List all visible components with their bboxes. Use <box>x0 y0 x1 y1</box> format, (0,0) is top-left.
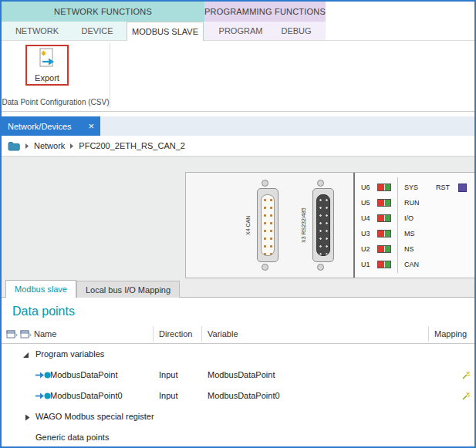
ribbon-body: Export Data Point Configuration (CSV) <box>2 40 474 112</box>
column-separator[interactable] <box>153 326 154 342</box>
screw-icon <box>317 180 324 187</box>
ribbon-group-caption: Data Point Configuration (CSV) <box>2 98 110 106</box>
screw-icon <box>262 180 268 187</box>
led-indicator <box>377 214 391 222</box>
led-indicator <box>377 184 391 191</box>
led-indicator <box>377 199 391 207</box>
export-button-label: Export <box>35 73 59 83</box>
led-port-label: U6 <box>361 184 373 191</box>
mapping-icon[interactable] <box>461 370 471 382</box>
column-separator[interactable] <box>428 326 429 342</box>
table-row-wago-modbus-special-register[interactable]: WAGO Modbus special register <box>2 406 474 427</box>
dsub-shell <box>257 188 279 262</box>
cell-name: WAGO Modbus special register <box>35 406 154 427</box>
screw-icon <box>262 264 268 271</box>
ribbon-tab-row: NETWORK DEVICE MODBUS SLAVE PROGRAM DEBU… <box>2 22 474 40</box>
data-points-heading: Data points <box>12 305 75 318</box>
breadcrumb-item-network[interactable]: Network <box>34 141 65 150</box>
cell-name: ModbusDataPoint <box>50 365 117 386</box>
tab-debug[interactable]: DEBUG <box>273 22 319 40</box>
connector-label: X3 RS232/485 <box>300 187 308 264</box>
ribbon-group-network-functions: NETWORK FUNCTIONS <box>2 2 204 22</box>
tree-expanded-icon[interactable] <box>22 351 29 360</box>
connector-x3-rs232-485: X3 RS232/485 <box>303 179 337 271</box>
bottom-panel: Modbus slave Local bus I/O Mapping Data … <box>2 280 474 446</box>
dsub-female-insert <box>261 194 275 256</box>
expand-all-icon[interactable] <box>20 328 32 342</box>
export-button[interactable]: Export <box>25 45 69 86</box>
screw-icon <box>317 264 324 271</box>
folder-icon <box>8 141 20 151</box>
tab-device[interactable]: DEVICE <box>73 22 122 40</box>
led-row: U4 I/O <box>355 211 474 226</box>
connector-x4-can: X4 CAN <box>248 179 282 271</box>
tree-collapsed-icon[interactable] <box>24 413 31 423</box>
ribbon-group-header-row: NETWORK FUNCTIONS PROGRAMMING FUNCTIONS <box>2 2 474 22</box>
led-row: U1 CAN <box>355 257 474 272</box>
led-row: U5 RUN <box>355 195 474 211</box>
tab-network[interactable]: NETWORK <box>9 22 65 40</box>
column-header-mapping[interactable]: Mapping <box>434 324 467 344</box>
dsub-shell <box>312 188 334 262</box>
column-separator[interactable] <box>201 326 202 342</box>
led-indicator <box>377 261 391 268</box>
led-row: U2 NS <box>355 241 474 257</box>
ribbon-group-separator <box>110 43 110 108</box>
document-tab-title: Network/Devices <box>8 122 72 131</box>
mapping-icon[interactable] <box>461 391 471 403</box>
table-row-modbusdatapoint0[interactable]: ModbusDataPoint0 Input ModbusDataPoint0 <box>2 386 474 406</box>
led-indicator <box>377 230 391 237</box>
panel-tab-strip: Modbus slave Local bus I/O Mapping <box>2 280 474 298</box>
dsub-male-insert <box>316 194 330 256</box>
led-name-label: SYS <box>404 184 426 191</box>
breadcrumb-item-device[interactable]: PFC200_2ETH_RS_CAN_2 <box>79 141 185 150</box>
panel-tab-modbus-slave[interactable]: Modbus slave <box>5 280 76 298</box>
led-name-label: RUN <box>404 199 426 207</box>
reset-button[interactable] <box>458 184 467 192</box>
led-name-label: MS <box>404 230 426 237</box>
device-graphic: X4 CAN X3 RS232/485 U6 <box>185 172 474 278</box>
breadcrumb-caret-icon <box>25 143 29 150</box>
breadcrumb-caret-icon <box>69 143 74 150</box>
cell-variable: ModbusDataPoint0 <box>208 386 280 406</box>
datapoint-icon <box>35 392 51 402</box>
connector-label: X4 CAN <box>245 187 252 264</box>
panel-tab-local-bus-io-mapping[interactable]: Local bus I/O Mapping <box>76 281 180 298</box>
table-row-modbusdatapoint[interactable]: ModbusDataPoint Input ModbusDataPoint <box>2 365 474 386</box>
collapse-all-icon[interactable] <box>6 328 18 342</box>
table-row-generic-data-points[interactable]: Generic data points <box>2 427 474 448</box>
cell-variable: ModbusDataPoint <box>208 365 275 386</box>
led-panel-divider <box>397 177 398 273</box>
column-header-direction[interactable]: Direction <box>159 324 192 344</box>
tab-program[interactable]: PROGRAM <box>213 22 268 40</box>
led-port-label: U1 <box>361 261 373 268</box>
column-header-name[interactable]: Name <box>34 324 56 344</box>
led-port-label: U3 <box>361 230 373 237</box>
led-indicator <box>377 245 391 253</box>
device-view: X4 CAN X3 RS232/485 U6 <box>2 157 474 280</box>
table-row-program-variables[interactable]: Program variables <box>2 344 474 365</box>
cell-direction: Input <box>159 365 177 386</box>
column-header-variable[interactable]: Variable <box>208 324 238 344</box>
table-header: Name Direction Variable Mapping <box>2 324 474 344</box>
document-tab-network-devices[interactable]: Network/Devices × <box>2 116 100 136</box>
cell-name: Generic data points <box>35 427 109 448</box>
reset-label: RST <box>436 184 450 191</box>
export-csv-icon <box>37 48 57 72</box>
cell-name: Program variables <box>35 344 104 365</box>
app-window: NETWORK FUNCTIONS PROGRAMMING FUNCTIONS … <box>0 0 476 448</box>
led-port-label: U4 <box>361 214 373 222</box>
led-port-label: U2 <box>361 245 373 253</box>
led-name-label: CAN <box>404 261 426 268</box>
led-name-label: NS <box>404 245 426 253</box>
led-panel: U6 SYS RST U5 RUN U4 I/O U3 <box>353 173 474 278</box>
led-row: U6 SYS RST <box>355 180 474 195</box>
breadcrumb: Network PFC200_2ETH_RS_CAN_2 <box>2 136 474 157</box>
ribbon-group-label: NETWORK FUNCTIONS <box>54 7 152 16</box>
tab-modbus-slave[interactable]: MODBUS SLAVE <box>127 22 204 41</box>
led-port-label: U5 <box>361 199 373 207</box>
cell-name: ModbusDataPoint0 <box>50 386 123 406</box>
close-icon[interactable]: × <box>88 121 94 131</box>
document-tab-bar: Network/Devices × <box>2 116 474 136</box>
datapoint-icon <box>35 371 51 381</box>
